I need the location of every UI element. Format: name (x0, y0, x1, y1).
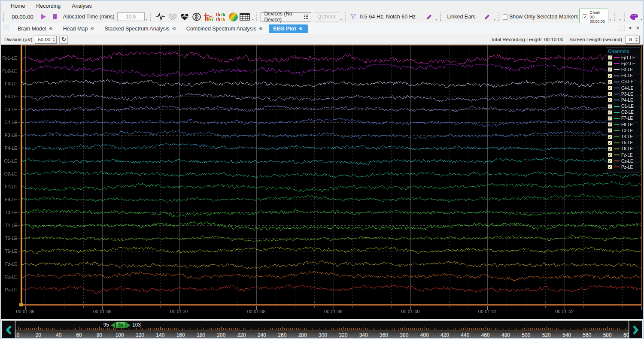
screen-length-spinner[interactable]: 8 ▲▼ (626, 36, 640, 44)
menu-analysis[interactable]: Analysis (66, 3, 97, 9)
allocated-time-input[interactable] (117, 12, 145, 21)
legend-row-Fp2-LE[interactable]: ✓Fp2-LE (608, 61, 638, 67)
legend-checkbox[interactable]: ✓ (608, 141, 612, 145)
tab-head-map[interactable]: Head Map (59, 24, 100, 33)
legend-checkbox[interactable]: ✓ (608, 55, 612, 60)
legend-checkbox[interactable]: ✓ (608, 165, 612, 169)
legend-checkbox[interactable]: ✓ (608, 86, 612, 90)
legend-row-C3-LE[interactable]: ✓C3-LE (608, 79, 638, 85)
pin-icon[interactable] (172, 26, 177, 31)
legend-row-O1-LE[interactable]: ✓O1-LE (608, 103, 638, 109)
clean-checkbox[interactable]: ✓ (583, 14, 587, 19)
legend-row-F7-LE[interactable]: ✓F7-LE (608, 115, 638, 121)
tab-stacked-spectrum-analysis[interactable]: Stacked Spectrum Analysis (100, 24, 181, 33)
legend-checkbox[interactable]: ✓ (608, 61, 612, 66)
tab-eeg-plot[interactable]: EEG Plot (269, 24, 307, 33)
data-table-icon[interactable] (240, 11, 250, 22)
show-only-selected-markers-checkbox[interactable] (503, 14, 507, 20)
legend-color-swatch (614, 136, 620, 137)
legend-checkbox[interactable]: ✓ (608, 80, 612, 84)
brain-model-icon[interactable] (191, 11, 202, 22)
overflow-chevron-icon[interactable]: ▾ (641, 18, 642, 21)
overflow-chevron-icon[interactable]: ▾ (619, 18, 621, 21)
legend-checkbox[interactable]: ✓ (608, 135, 612, 139)
stop-button[interactable] (53, 14, 57, 19)
pin-icon[interactable] (259, 26, 264, 31)
legend-row-P3-LE[interactable]: ✓P3-LE (608, 91, 638, 97)
devices-button[interactable]: Devices (No-Device) (261, 12, 311, 21)
pin-icon[interactable] (49, 26, 54, 31)
legend-row-O2-LE[interactable]: ✓O2-LE (608, 109, 638, 115)
eeg-traces-canvas[interactable] (1, 45, 644, 319)
legend-row-T5-LE[interactable]: ✓T5-LE (608, 140, 638, 146)
menu-home[interactable]: Home (5, 3, 30, 9)
scroll-left-button[interactable] (2, 321, 15, 339)
legend-checkbox[interactable]: ✓ (608, 153, 612, 157)
overflow-chevron-icon[interactable]: ▾ (340, 18, 342, 21)
legend-row-Cz-LE[interactable]: ✓Cz-LE (608, 158, 638, 164)
refresh-button[interactable]: ↻ (59, 36, 68, 44)
menu-recording[interactable]: Recording (30, 3, 66, 9)
legend-checkbox[interactable]: ✓ (608, 104, 612, 109)
legend-row-F8-LE[interactable]: ✓F8-LE (608, 121, 638, 127)
head-map-icon[interactable] (167, 11, 178, 22)
screen-length-value: 8 (626, 36, 634, 43)
pane-close-icon[interactable]: ✕ (636, 25, 640, 31)
eeg-waveform-icon[interactable] (155, 11, 166, 22)
tab-combined-spectrum-analysis[interactable]: Combined Spectrum Analysis (182, 24, 268, 33)
overflow-chevron-icon[interactable]: ▾ (252, 18, 253, 21)
legend-checkbox[interactable]: ✓ (608, 122, 612, 127)
edit-filter-pencil-icon[interactable] (424, 11, 434, 22)
channels-legend-title: Channels (608, 48, 638, 54)
legend-checkbox[interactable]: ✓ (608, 67, 612, 72)
legend-row-Fz-LE[interactable]: ✓Fz-LE (608, 152, 638, 158)
timeline-scale-number: 240 (258, 332, 266, 338)
layout-grid-icon[interactable] (3, 24, 10, 33)
overflow-chevron-icon[interactable]: ▾ (146, 18, 147, 21)
combined-spectrum-icon[interactable] (216, 11, 227, 22)
overflow-chevron-icon[interactable]: ▾ (494, 18, 495, 21)
legend-row-P4-LE[interactable]: ✓P4-LE (608, 97, 638, 103)
stacked-spectrum-icon[interactable] (204, 11, 214, 22)
pane-dropdown-icon[interactable]: ▾ (629, 25, 632, 31)
legend-checkbox[interactable]: ✓ (608, 74, 612, 78)
legend-row-C4-LE[interactable]: ✓C4-LE (608, 85, 638, 91)
edit-montage-pencil-icon[interactable] (483, 11, 492, 22)
screen-length-spin-arrows-icon[interactable]: ▲▼ (634, 36, 639, 43)
timeline-scale-number: 120 (136, 332, 144, 338)
legend-color-swatch (614, 148, 620, 149)
pin-icon[interactable] (299, 26, 304, 31)
eeg-plot-area[interactable]: Fp1-LEFp2-LEF3-LEF4-LEC3-LEC4-LEP3-LEP4-… (1, 45, 644, 319)
timeline-scale-number: 480 (501, 332, 510, 338)
division-spin-arrows-icon[interactable]: ▲▼ (51, 36, 56, 43)
legend-checkbox[interactable]: ✓ (608, 110, 612, 115)
legend-checkbox[interactable]: ✓ (608, 92, 612, 96)
legend-checkbox[interactable]: ✓ (608, 116, 612, 121)
legend-checkbox[interactable]: ✓ (608, 159, 612, 163)
overflow-chevron-icon[interactable]: ▾ (609, 18, 611, 21)
tab-brain-model[interactable]: Brain Model (13, 24, 58, 33)
clean-marker-toggle[interactable]: ✓ Clean (0) 00:00:00 (579, 9, 608, 25)
palette-icon[interactable] (629, 11, 639, 22)
legend-row-F4-LE[interactable]: ✓F4-LE (608, 73, 638, 79)
legend-row-T6-LE[interactable]: ✓T6-LE (608, 146, 638, 152)
division-spinner[interactable]: 50.00 ▲▼ (35, 36, 57, 44)
heart-pulse-icon[interactable] (179, 11, 190, 22)
play-button[interactable] (41, 14, 46, 20)
legend-checkbox[interactable]: ✓ (608, 147, 612, 151)
legend-row-Pz-LE[interactable]: ✓Pz-LE (608, 164, 638, 170)
legend-row-T4-LE[interactable]: ✓T4-LE (608, 133, 638, 139)
legend-row-F3-LE[interactable]: ✓F3-LE (608, 67, 638, 73)
timeline-scale-number: 560 (583, 332, 591, 338)
list-icon (304, 14, 308, 19)
legend-checkbox[interactable]: ✓ (608, 128, 612, 133)
overflow-chevron-icon[interactable]: ▾ (435, 18, 437, 21)
legend-row-T3-LE[interactable]: ✓T3-LE (608, 127, 638, 133)
legend-checkbox[interactable]: ✓ (608, 98, 612, 102)
qcheck-button[interactable]: QCheck (314, 12, 339, 21)
timeline-track[interactable]: 95 8s 103 020406080100120140160180200220… (15, 321, 629, 339)
scroll-right-button[interactable] (629, 321, 642, 339)
spectrogram-sphere-icon[interactable] (228, 11, 238, 22)
legend-row-Fp1-LE[interactable]: ✓Fp1-LE (608, 54, 638, 61)
pin-icon[interactable] (90, 26, 95, 31)
